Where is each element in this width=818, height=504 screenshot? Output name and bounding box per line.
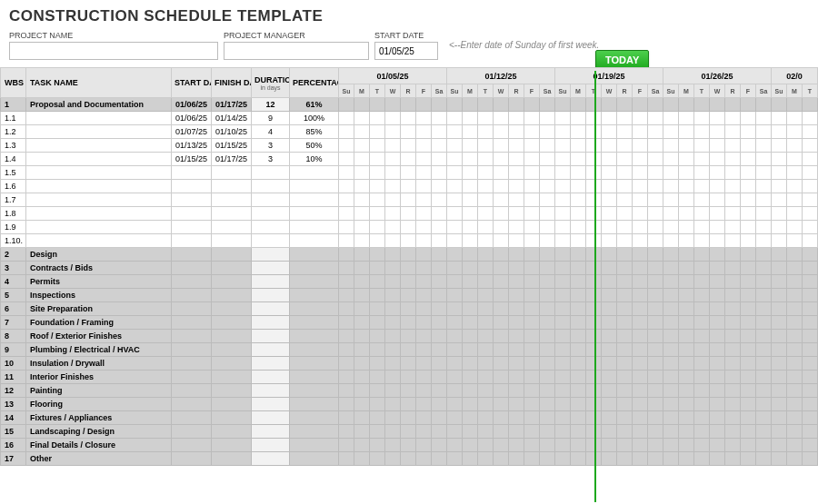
gantt-cell[interactable] [663, 98, 679, 112]
cell[interactable]: 3 [1, 262, 26, 275]
gantt-cell[interactable] [741, 357, 756, 371]
gantt-cell[interactable] [416, 193, 432, 207]
gantt-cell[interactable] [694, 343, 710, 357]
gantt-cell[interactable] [772, 98, 787, 112]
gantt-cell[interactable] [663, 343, 679, 357]
gantt-cell[interactable] [509, 125, 524, 139]
gantt-cell[interactable] [463, 98, 478, 112]
cell[interactable]: Permits [26, 275, 172, 289]
gantt-cell[interactable] [586, 371, 602, 384]
gantt-cell[interactable] [509, 166, 524, 180]
gantt-cell[interactable] [787, 330, 803, 343]
gantt-cell[interactable] [586, 207, 602, 221]
gantt-cell[interactable] [524, 221, 540, 234]
phase-row[interactable]: 11Interior Finishes [1, 371, 818, 384]
cell[interactable] [290, 343, 339, 357]
gantt-cell[interactable] [339, 275, 354, 289]
gantt-cell[interactable] [478, 275, 494, 289]
cell[interactable] [290, 439, 339, 452]
gantt-cell[interactable] [447, 275, 463, 289]
gantt-cell[interactable] [385, 357, 401, 371]
gantt-cell[interactable] [401, 398, 416, 411]
gantt-cell[interactable] [617, 411, 633, 425]
gantt-cell[interactable] [741, 221, 756, 234]
gantt-cell[interactable] [447, 357, 463, 371]
gantt-cell[interactable] [447, 221, 463, 234]
gantt-cell[interactable] [725, 425, 741, 439]
gantt-cell[interactable] [401, 139, 416, 153]
gantt-cell[interactable] [494, 193, 509, 207]
gantt-cell[interactable] [694, 302, 710, 316]
gantt-cell[interactable] [772, 302, 787, 316]
gantt-cell[interactable] [370, 98, 385, 112]
gantt-cell[interactable] [772, 234, 787, 248]
gantt-cell[interactable] [540, 439, 555, 452]
gantt-cell[interactable] [710, 139, 725, 153]
cell[interactable] [172, 330, 212, 343]
gantt-cell[interactable] [633, 439, 648, 452]
gantt-cell[interactable] [741, 262, 756, 275]
gantt-cell[interactable] [633, 166, 648, 180]
gantt-cell[interactable] [586, 153, 602, 166]
cell[interactable]: 5 [1, 289, 26, 302]
gantt-cell[interactable] [540, 98, 555, 112]
gantt-cell[interactable] [540, 207, 555, 221]
gantt-cell[interactable] [803, 398, 818, 411]
gantt-cell[interactable] [694, 98, 710, 112]
gantt-cell[interactable] [540, 289, 555, 302]
gantt-cell[interactable] [741, 411, 756, 425]
gantt-cell[interactable] [756, 207, 772, 221]
gantt-cell[interactable] [602, 234, 617, 248]
gantt-cell[interactable] [354, 166, 370, 180]
gantt-cell[interactable] [725, 289, 741, 302]
cell[interactable]: 15 [1, 425, 26, 439]
gantt-cell[interactable] [803, 316, 818, 330]
gantt-cell[interactable] [385, 411, 401, 425]
gantt-cell[interactable] [354, 248, 370, 262]
gantt-cell[interactable] [710, 275, 725, 289]
gantt-cell[interactable] [679, 384, 694, 398]
gantt-cell[interactable] [524, 357, 540, 371]
gantt-cell[interactable] [370, 439, 385, 452]
gantt-cell[interactable] [524, 330, 540, 343]
gantt-cell[interactable] [725, 357, 741, 371]
gantt-cell[interactable] [617, 371, 633, 384]
gantt-cell[interactable] [803, 193, 818, 207]
cell[interactable]: 9 [252, 112, 290, 125]
cell[interactable]: 6 [1, 302, 26, 316]
gantt-cell[interactable] [648, 112, 663, 125]
phase-row[interactable]: 15Landscaping / Design [1, 425, 818, 439]
gantt-cell[interactable] [648, 207, 663, 221]
gantt-cell[interactable] [679, 316, 694, 330]
gantt-cell[interactable] [339, 452, 354, 466]
gantt-cell[interactable] [710, 125, 725, 139]
cell[interactable] [290, 371, 339, 384]
gantt-cell[interactable] [401, 316, 416, 330]
gantt-cell[interactable] [741, 439, 756, 452]
gantt-cell[interactable] [494, 248, 509, 262]
gantt-cell[interactable] [354, 139, 370, 153]
gantt-cell[interactable] [540, 193, 555, 207]
gantt-cell[interactable] [787, 153, 803, 166]
cell[interactable]: 4 [1, 275, 26, 289]
gantt-cell[interactable] [416, 98, 432, 112]
gantt-cell[interactable] [385, 125, 401, 139]
gantt-cell[interactable] [710, 316, 725, 330]
gantt-cell[interactable] [401, 330, 416, 343]
gantt-cell[interactable] [432, 343, 447, 357]
cell[interactable] [172, 398, 212, 411]
gantt-cell[interactable] [463, 398, 478, 411]
gantt-cell[interactable] [741, 139, 756, 153]
gantt-cell[interactable] [803, 384, 818, 398]
gantt-cell[interactable] [494, 384, 509, 398]
gantt-cell[interactable] [586, 98, 602, 112]
gantt-cell[interactable] [617, 98, 633, 112]
gantt-cell[interactable] [432, 425, 447, 439]
gantt-cell[interactable] [509, 357, 524, 371]
gantt-cell[interactable] [524, 275, 540, 289]
gantt-cell[interactable] [354, 330, 370, 343]
cell[interactable]: 1.10. [1, 234, 26, 248]
gantt-cell[interactable] [540, 452, 555, 466]
gantt-cell[interactable] [756, 302, 772, 316]
gantt-cell[interactable] [509, 193, 524, 207]
